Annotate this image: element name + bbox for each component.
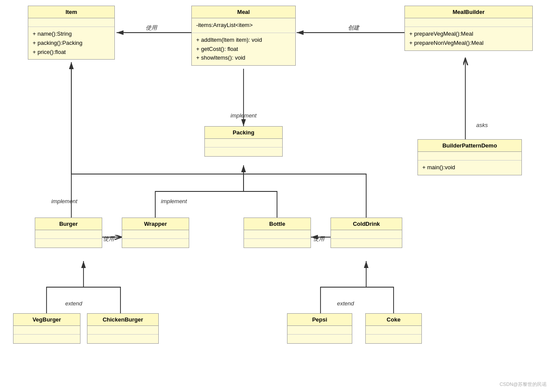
uml-box-colddrink-header: ColdDrink xyxy=(331,218,402,230)
uml-box-coke-s2 xyxy=(366,335,421,343)
uml-box-chickenburger: ChickenBurger xyxy=(87,313,159,344)
uml-box-colddrink: ColdDrink xyxy=(331,218,402,248)
uml-box-coke-s1 xyxy=(366,326,421,335)
uml-box-chickenburger-header: ChickenBurger xyxy=(87,314,158,326)
uml-box-item-section1 xyxy=(28,18,114,27)
uml-box-chickenburger-s2 xyxy=(87,335,158,343)
label-extend1: extend xyxy=(65,300,82,307)
uml-box-item-header: Item xyxy=(28,6,114,18)
uml-box-meal-header: Meal xyxy=(192,6,295,18)
uml-box-burger-s2 xyxy=(35,239,102,248)
label-implement1: implement xyxy=(230,112,257,119)
uml-box-item: Item + name():String + packing():Packing… xyxy=(28,6,115,60)
uml-box-colddrink-s1 xyxy=(331,230,402,239)
uml-box-builderpattern: BuilderPatternDemo + main():void xyxy=(417,139,522,175)
uml-box-bottle-s2 xyxy=(244,239,311,248)
uml-box-pepsi-header: Pepsi xyxy=(287,314,352,326)
watermark: CSDN@苏黎世的民谣 xyxy=(500,381,547,388)
uml-box-meal-section2: + addItem(Item item): void + getCost(): … xyxy=(192,33,295,65)
uml-box-mealbuilder-section2: + prepareVegMeal():Meal + prepareNonVegM… xyxy=(405,27,532,50)
uml-box-builderpattern-s1 xyxy=(418,152,521,161)
uml-box-burger-s1 xyxy=(35,230,102,239)
label-implement2: implement xyxy=(51,198,77,204)
uml-box-mealbuilder-section1 xyxy=(405,18,532,27)
uml-box-vegburger-s2 xyxy=(13,335,80,343)
uml-box-vegburger: VegBurger xyxy=(13,313,80,344)
uml-box-mealbuilder: MealBuilder + prepareVegMeal():Meal + pr… xyxy=(404,6,533,51)
uml-box-builderpattern-header: BuilderPatternDemo xyxy=(418,140,521,152)
label-implement3: implement xyxy=(161,198,187,204)
uml-box-bottle-header: Bottle xyxy=(244,218,311,230)
uml-box-burger-header: Burger xyxy=(35,218,102,230)
label-shiyon2: 使用 xyxy=(103,235,114,243)
label-shiyon1: 使用 xyxy=(146,24,157,32)
uml-box-coke-header: Coke xyxy=(366,314,421,326)
uml-box-burger: Burger xyxy=(35,218,102,248)
uml-box-packing-s1 xyxy=(205,139,282,147)
label-extend2: extend xyxy=(337,300,354,307)
uml-box-colddrink-s2 xyxy=(331,239,402,248)
uml-box-wrapper-s2 xyxy=(122,239,189,248)
uml-box-chickenburger-s1 xyxy=(87,326,158,335)
uml-box-bottle-s1 xyxy=(244,230,311,239)
uml-box-wrapper: Wrapper xyxy=(122,218,189,248)
label-shiyon3: 使用 xyxy=(313,235,324,243)
uml-box-item-section2: + name():String + packing():Packing + pr… xyxy=(28,27,114,59)
label-asks: asks xyxy=(476,122,488,128)
label-chuangjian: 创建 xyxy=(348,24,359,32)
uml-box-vegburger-header: VegBurger xyxy=(13,314,80,326)
uml-box-coke: Coke xyxy=(365,313,422,344)
uml-box-pepsi-s2 xyxy=(287,335,352,343)
uml-box-mealbuilder-header: MealBuilder xyxy=(405,6,532,18)
uml-box-pepsi-s1 xyxy=(287,326,352,335)
uml-box-wrapper-header: Wrapper xyxy=(122,218,189,230)
uml-box-meal-section1: -items:ArrayList<item> xyxy=(192,18,295,33)
diagram-container: Item + name():String + packing():Packing… xyxy=(0,0,551,392)
uml-box-packing-s2 xyxy=(205,147,282,156)
uml-box-pepsi: Pepsi xyxy=(287,313,352,344)
uml-box-builderpattern-s2: + main():void xyxy=(418,161,521,175)
uml-box-bottle: Bottle xyxy=(244,218,311,248)
uml-box-meal: Meal -items:ArrayList<item> + addItem(It… xyxy=(191,6,296,66)
uml-box-packing: Packing xyxy=(204,126,283,157)
uml-box-wrapper-s1 xyxy=(122,230,189,239)
uml-box-packing-header: Packing xyxy=(205,127,282,139)
uml-box-vegburger-s1 xyxy=(13,326,80,335)
